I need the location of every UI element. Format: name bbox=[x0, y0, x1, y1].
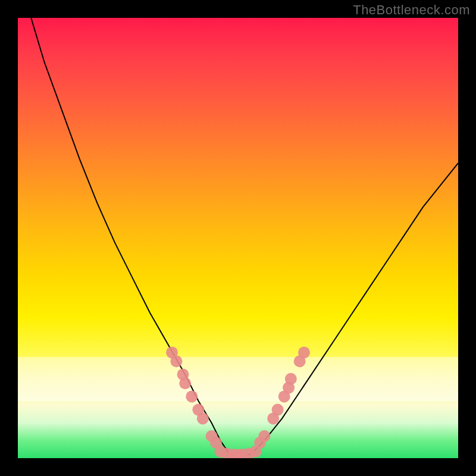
marker-dots bbox=[166, 346, 310, 458]
curve-left-curve bbox=[31, 18, 238, 458]
marker-dot bbox=[179, 377, 191, 389]
chart-frame: TheBottleneck.com bbox=[0, 0, 476, 476]
marker-dot bbox=[272, 404, 284, 416]
curve-lines bbox=[31, 18, 458, 458]
marker-dot bbox=[170, 355, 182, 367]
plot-area bbox=[18, 18, 458, 458]
watermark-text: TheBottleneck.com bbox=[353, 2, 470, 18]
marker-dot bbox=[298, 346, 310, 358]
marker-dot bbox=[285, 373, 297, 385]
chart-svg bbox=[18, 18, 458, 458]
marker-dot bbox=[258, 430, 270, 442]
marker-dot bbox=[186, 390, 198, 402]
marker-dot bbox=[197, 412, 209, 424]
marker-dot bbox=[250, 446, 262, 458]
